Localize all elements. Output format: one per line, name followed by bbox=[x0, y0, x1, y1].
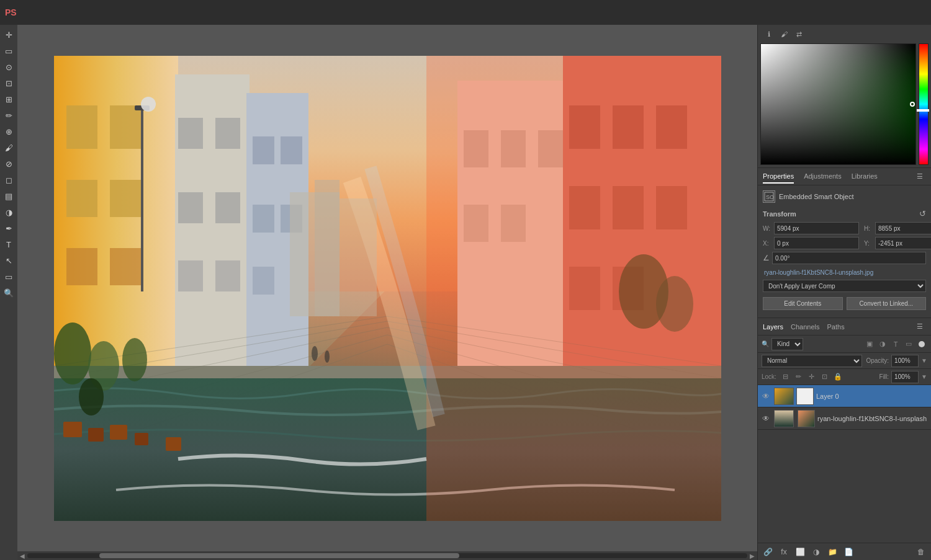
move-tool[interactable]: ✛ bbox=[1, 27, 16, 42]
fill-input[interactable] bbox=[891, 371, 919, 383]
layer-eye-1[interactable]: 👁 bbox=[760, 413, 771, 424]
layers-panel-menu-icon[interactable]: ☰ bbox=[914, 321, 926, 333]
svg-rect-45 bbox=[88, 428, 104, 442]
svg-rect-6 bbox=[66, 248, 97, 285]
info-icon[interactable]: ℹ bbox=[763, 28, 775, 40]
swap-icon[interactable]: ⇄ bbox=[793, 28, 805, 40]
layer-fx-btn[interactable]: fx bbox=[778, 546, 790, 558]
layer-row-1[interactable]: 👁 ryan-loughlin-f1KbtSNC8-I-unsplash bbox=[758, 407, 931, 430]
tab-paths[interactable]: Paths bbox=[827, 321, 845, 333]
lock-transparent-icon[interactable]: ⊟ bbox=[780, 371, 791, 383]
eraser-tool[interactable]: ◻ bbox=[1, 172, 16, 187]
edit-contents-button[interactable]: Edit Contents bbox=[763, 297, 843, 310]
color-gradient-box[interactable] bbox=[760, 43, 916, 165]
opacity-input[interactable] bbox=[891, 355, 919, 367]
width-input[interactable] bbox=[774, 222, 859, 234]
filter-icon: 🔍 bbox=[762, 340, 769, 347]
layers-bottom-toolbar: 🔗 fx ⬜ ◑ 📁 📄 🗑 bbox=[758, 543, 931, 560]
eyedropper-tool[interactable]: ✏ bbox=[1, 108, 16, 123]
height-input[interactable] bbox=[875, 222, 931, 234]
y-label: Y: bbox=[864, 240, 873, 247]
layer-row-0[interactable]: 👁 Layer 0 bbox=[758, 385, 931, 407]
layer-mask-thumb-0 bbox=[796, 388, 814, 405]
svg-rect-5 bbox=[110, 180, 141, 217]
lock-all-icon[interactable]: 🔒 bbox=[832, 371, 843, 383]
y-input[interactable] bbox=[875, 237, 931, 249]
crop-tool[interactable]: ⊞ bbox=[1, 92, 16, 107]
object-select-tool[interactable]: ⊡ bbox=[1, 76, 16, 91]
angle-input[interactable] bbox=[772, 252, 926, 264]
adjustment-layer-btn[interactable]: ◑ bbox=[810, 546, 822, 558]
tab-libraries[interactable]: Libraries bbox=[852, 170, 878, 184]
properties-panel: Properties Adjustments Libraries ☰ SO Em… bbox=[758, 167, 931, 318]
shape-tool[interactable]: ▭ bbox=[1, 269, 16, 284]
layer-eye-0[interactable]: 👁 bbox=[760, 391, 771, 402]
filter-shape-icon[interactable]: ▭ bbox=[903, 339, 914, 350]
tab-adjustments[interactable]: Adjustments bbox=[804, 170, 842, 184]
zoom-tool[interactable]: 🔍 bbox=[1, 285, 16, 300]
filter-pixel-icon[interactable]: ▣ bbox=[864, 339, 875, 350]
lock-image-icon[interactable]: ✏ bbox=[793, 371, 804, 383]
svg-rect-46 bbox=[110, 425, 127, 440]
svg-rect-20 bbox=[281, 136, 302, 164]
brush-options-icon[interactable]: 🖌 bbox=[778, 28, 790, 40]
link-layers-btn[interactable]: 🔗 bbox=[762, 546, 774, 558]
svg-rect-17 bbox=[215, 260, 240, 291]
filename: ryan-loughlin-f1KbtSNC8-I-unsplash.jpg bbox=[763, 269, 926, 276]
smart-object-icon: SO bbox=[763, 190, 775, 203]
stamp-tool[interactable]: ⊘ bbox=[1, 156, 16, 171]
svg-rect-4 bbox=[66, 180, 97, 217]
convert-linked-button[interactable]: Convert to Linked... bbox=[847, 297, 927, 310]
hue-bar[interactable] bbox=[919, 43, 929, 165]
svg-rect-51 bbox=[426, 56, 721, 521]
text-tool[interactable]: T bbox=[1, 237, 16, 252]
add-mask-btn[interactable]: ⬜ bbox=[794, 546, 806, 558]
svg-rect-47 bbox=[135, 433, 148, 445]
svg-rect-12 bbox=[178, 118, 203, 149]
height-label: H: bbox=[864, 225, 873, 232]
svg-rect-8 bbox=[141, 105, 143, 291]
svg-rect-16 bbox=[178, 260, 203, 291]
canvas-area: ◀ ▶ bbox=[17, 25, 757, 560]
tab-properties[interactable]: Properties bbox=[763, 170, 794, 184]
blend-mode-select[interactable]: Normal bbox=[762, 355, 862, 367]
gradient-tool[interactable]: ▤ bbox=[1, 189, 16, 203]
healing-tool[interactable]: ⊕ bbox=[1, 124, 16, 139]
marquee-tool[interactable]: ▭ bbox=[1, 43, 16, 58]
opacity-arrow[interactable]: ▼ bbox=[921, 357, 927, 364]
width-label: W: bbox=[763, 225, 771, 232]
filter-smart-icon[interactable] bbox=[916, 339, 927, 350]
svg-rect-54 bbox=[340, 198, 377, 316]
tab-layers[interactable]: Layers bbox=[763, 321, 783, 333]
reset-transform-icon[interactable]: ↺ bbox=[919, 209, 926, 218]
fill-label: Fill: bbox=[879, 373, 889, 380]
svg-point-40 bbox=[54, 322, 91, 384]
pen-tool[interactable]: ✒ bbox=[1, 221, 16, 236]
x-input[interactable] bbox=[774, 237, 859, 249]
canvas-scrollbar[interactable]: ◀ ▶ bbox=[17, 551, 757, 560]
layer-comp-select[interactable]: Don't Apply Layer Comp bbox=[763, 280, 926, 292]
lock-artboard-icon[interactable]: ⊡ bbox=[819, 371, 830, 383]
path-select-tool[interactable]: ↖ bbox=[1, 253, 16, 268]
lasso-tool[interactable]: ⊙ bbox=[1, 60, 16, 74]
delete-layer-btn[interactable]: 🗑 bbox=[915, 546, 927, 558]
lock-position-icon[interactable]: ✛ bbox=[806, 371, 817, 383]
svg-point-10 bbox=[141, 97, 156, 112]
blend-row: Normal Opacity: ▼ bbox=[758, 353, 931, 369]
brush-tool[interactable]: 🖌 bbox=[1, 140, 16, 155]
fill-arrow[interactable]: ▼ bbox=[921, 373, 927, 380]
filter-type-icon[interactable]: T bbox=[890, 339, 901, 350]
svg-rect-44 bbox=[63, 422, 82, 437]
dodge-tool[interactable]: ◑ bbox=[1, 205, 16, 220]
panel-menu-icon[interactable]: ☰ bbox=[914, 171, 926, 183]
layer-smart-thumb-1 bbox=[798, 410, 815, 427]
new-layer-btn[interactable]: 📄 bbox=[842, 546, 855, 558]
svg-rect-21 bbox=[253, 205, 274, 233]
tab-channels[interactable]: Channels bbox=[791, 321, 819, 333]
opacity-label: Opacity: bbox=[866, 357, 889, 364]
filter-kind-select[interactable]: Kind bbox=[771, 338, 803, 350]
filter-adjust-icon[interactable]: ◑ bbox=[877, 339, 888, 350]
svg-rect-19 bbox=[253, 136, 274, 164]
new-group-btn[interactable]: 📁 bbox=[826, 546, 839, 558]
svg-rect-48 bbox=[166, 437, 181, 451]
